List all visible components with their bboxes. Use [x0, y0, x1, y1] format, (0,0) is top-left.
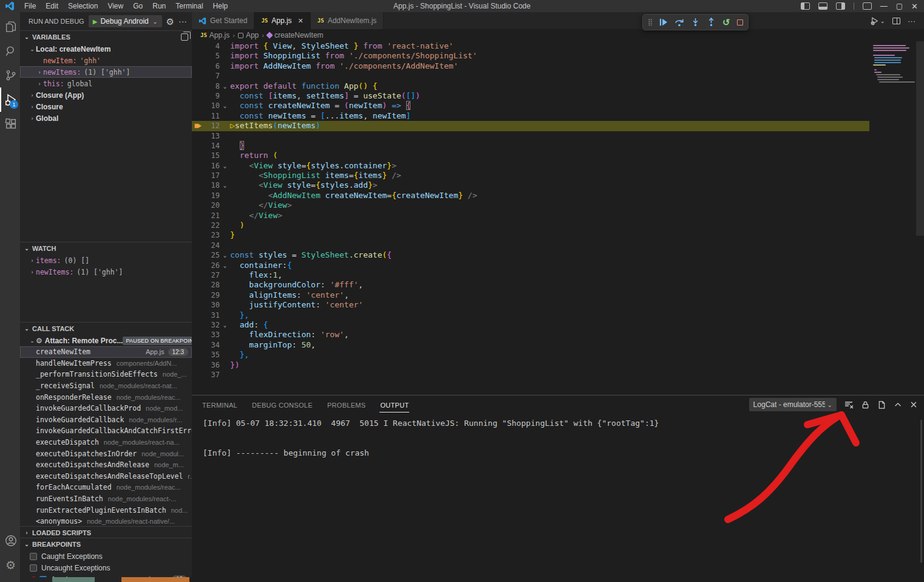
breakpoint-margin[interactable] — [192, 211, 204, 221]
breakpoint-margin[interactable] — [192, 330, 204, 340]
breakpoint-checkbox[interactable] — [30, 564, 37, 572]
activitybar-account-icon[interactable] — [0, 529, 20, 553]
minimap[interactable] — [872, 43, 914, 383]
close-button[interactable]: ✕ — [911, 2, 918, 11]
code-editor[interactable]: 4import { View, StyleSheet } from 'react… — [192, 41, 924, 395]
breakpoint-margin[interactable] — [192, 360, 204, 370]
step-over-button[interactable] — [674, 18, 684, 27]
breakpoints-pane-header[interactable]: ⌄ BREAKPOINTS — [20, 538, 192, 550]
breakpoint-margin[interactable] — [192, 151, 204, 160]
customize-layout-icon[interactable] — [863, 2, 872, 10]
breakpoint-margin[interactable] — [192, 280, 204, 290]
fold-chevron-icon[interactable]: ⌄ — [220, 320, 230, 330]
variable-scope-row[interactable]: ›Closure (App) — [20, 89, 192, 101]
variable-scope-row[interactable]: ›Closure — [20, 101, 192, 112]
breakpoint-checkbox[interactable] — [39, 576, 47, 578]
stack-frame-row[interactable]: <anonymous>node_modules/react-native/... — [20, 516, 192, 526]
breakpoint-checkbox[interactable] — [30, 553, 37, 560]
panel-tab-output[interactable]: OUTPUT — [379, 397, 409, 413]
breakpoint-margin[interactable] — [192, 71, 204, 81]
breakpoint-margin[interactable] — [192, 141, 204, 151]
breakpoint-margin[interactable] — [192, 270, 204, 280]
breakpoint-margin[interactable] — [192, 310, 204, 320]
stack-frame-row[interactable]: createNewItemApp.js12:3 — [20, 346, 192, 358]
maximize-panel-icon[interactable] — [894, 400, 902, 409]
fold-chevron-icon[interactable]: ⌄ — [220, 261, 230, 270]
close-panel-icon[interactable] — [909, 400, 918, 409]
activitybar-run-and-debug-icon[interactable]: 1 — [0, 87, 20, 112]
breakpoint-margin[interactable] — [192, 300, 204, 310]
stack-frame-row[interactable]: executeDispatchesAndReleasenode_m... — [20, 459, 192, 471]
stack-frame-row[interactable]: handleNewItemPresscomponents/AddN... — [20, 358, 192, 369]
toggle-sidebar-icon[interactable] — [801, 2, 810, 10]
tab-get-started[interactable]: Get Started — [192, 12, 254, 29]
variable-row[interactable]: newItem:'ghh' — [20, 55, 192, 66]
menu-file[interactable]: File — [19, 1, 41, 12]
stack-frame-row[interactable]: invokeGuardedCallbacknode_modules/r... — [20, 414, 192, 426]
fold-chevron-icon[interactable]: ⌄ — [220, 81, 230, 91]
breakpoint-margin[interactable] — [192, 200, 204, 210]
menu-run[interactable]: Run — [148, 1, 171, 12]
stack-frame-row[interactable]: forEachAccumulatednode_modules/reac... — [20, 482, 192, 493]
breakpoint-margin[interactable] — [192, 51, 204, 61]
stack-frame-row[interactable]: _receiveSignalnode_modules/react-nat... — [20, 380, 192, 392]
breakpoint-row[interactable]: Uncaught Exceptions — [20, 562, 192, 573]
activitybar-search-icon[interactable] — [0, 39, 20, 63]
stop-button[interactable] — [737, 19, 743, 26]
toggle-panel-icon[interactable] — [818, 2, 827, 10]
stack-frame-row[interactable]: onResponderReleasenode_modules/reac... — [20, 391, 192, 403]
breakpoint-margin[interactable] — [192, 290, 204, 300]
panel-tab-problems[interactable]: PROBLEMS — [327, 397, 367, 412]
breakpoint-margin[interactable] — [192, 121, 204, 131]
watch-row[interactable]: ›newItems:(1) ['ghh'] — [20, 266, 192, 278]
editor-scrollbar[interactable] — [916, 41, 924, 236]
breakpoint-margin[interactable] — [192, 171, 204, 180]
launch-config-select[interactable]: ▶ Debug Android ⌄ — [89, 15, 162, 27]
breakpoint-margin[interactable] — [192, 81, 204, 91]
variable-scope-row[interactable]: ›Global — [20, 112, 192, 124]
menu-view[interactable]: View — [103, 1, 128, 12]
breakpoint-margin[interactable] — [192, 61, 204, 71]
breakpoint-margin[interactable] — [192, 161, 204, 171]
menu-edit[interactable]: Edit — [41, 1, 63, 12]
breakpoint-margin[interactable] — [192, 111, 204, 121]
stack-frame-row[interactable]: runExtractedPluginEventsInBatchnod... — [20, 504, 192, 516]
stack-frame-row[interactable]: _performTransitionSideEffectsnode_... — [20, 369, 192, 380]
menu-help[interactable]: Help — [208, 1, 233, 12]
variable-scope-row[interactable]: ⌄Local: createNewItem — [20, 43, 192, 55]
start-debugging-icon[interactable]: ▶ — [93, 18, 98, 25]
fold-chevron-icon[interactable]: ⌄ — [220, 180, 230, 190]
breakpoint-margin[interactable] — [192, 41, 204, 51]
stop-button[interactable] — [737, 19, 743, 26]
stack-frame-row[interactable]: executeDispatchesAndReleaseTopLevelr... — [20, 471, 192, 482]
breakpoint-row[interactable]: Caught Exceptions — [20, 550, 192, 562]
editor-more-actions-icon[interactable]: ··· — [908, 16, 916, 26]
stack-frame-row[interactable]: invokeGuardedCallbackAndCatchFirstErrorr — [20, 425, 192, 437]
restart-button[interactable]: ↺ — [722, 18, 730, 27]
breakpoint-margin[interactable] — [192, 131, 204, 141]
clear-output-icon[interactable] — [844, 400, 854, 409]
stack-frame-row[interactable]: executeDispatchesInOrdernode_modul... — [20, 448, 192, 459]
debug-settings-gear-icon[interactable]: ⚙ — [166, 17, 174, 26]
call-stack-session-row[interactable]: ⌄⚙Attach: Remote Proc...PAUSED ON BREAKP… — [20, 335, 192, 346]
activitybar-source-control-icon[interactable] — [0, 63, 20, 87]
breadcrumb-item-createnewitem[interactable]: createNewItem — [267, 31, 324, 39]
watch-pane-header[interactable]: ⌄ WATCH — [20, 242, 192, 255]
close-tab-icon[interactable]: ✕ — [298, 17, 304, 25]
activitybar-settings-gear-icon[interactable]: ⚙ — [0, 553, 20, 577]
fold-chevron-icon[interactable]: ⌄ — [220, 250, 230, 260]
toggle-secondary-sidebar-icon[interactable] — [836, 2, 845, 10]
stack-frame-row[interactable]: executeDispatchnode_modules/react-na... — [20, 437, 192, 448]
step-out-button[interactable] — [707, 18, 716, 27]
stack-frame-row[interactable]: runEventsInBatchnode_modules/react-... — [20, 493, 192, 505]
breakpoint-margin[interactable] — [192, 370, 204, 380]
panel-tab-debug-console[interactable]: DEBUG CONSOLE — [251, 397, 313, 412]
breakpoint-margin[interactable] — [192, 320, 204, 330]
breakpoint-margin[interactable] — [192, 350, 204, 360]
tab-addnewitem-js[interactable]: JSAddNewItem.js — [311, 12, 384, 29]
output-channel-select[interactable]: LogCat - emulator-5554 ⌄ — [749, 398, 837, 411]
maximize-button[interactable]: ▢ — [896, 2, 903, 10]
panel-scrollbar[interactable] — [920, 420, 922, 563]
lock-scroll-icon[interactable] — [861, 400, 870, 409]
breakpoint-margin[interactable] — [192, 191, 204, 200]
